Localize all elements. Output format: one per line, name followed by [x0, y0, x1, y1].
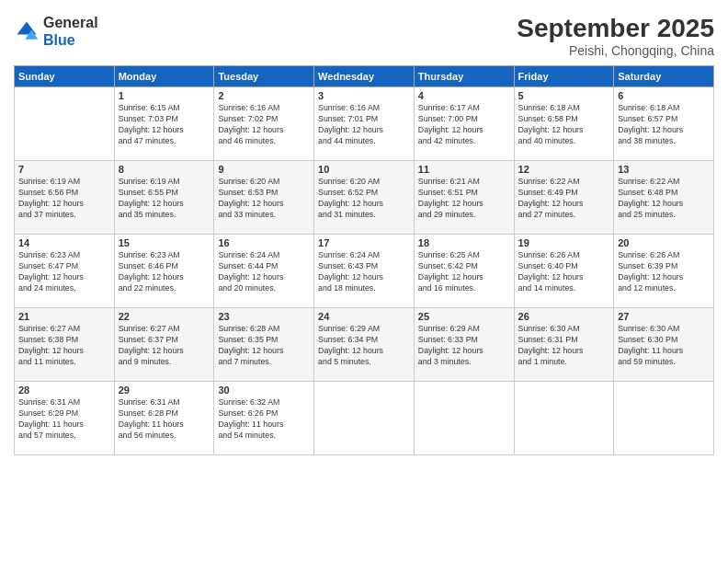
- calendar-cell: [314, 382, 415, 455]
- calendar-week-2: 7Sunrise: 6:19 AM Sunset: 6:56 PM Daylig…: [15, 161, 714, 235]
- day-info: Sunrise: 6:15 AM Sunset: 7:03 PM Dayligh…: [119, 103, 210, 147]
- col-wednesday: Wednesday: [314, 66, 415, 87]
- day-info: Sunrise: 6:31 AM Sunset: 6:29 PM Dayligh…: [18, 397, 110, 442]
- day-info: Sunrise: 6:18 AM Sunset: 6:57 PM Dayligh…: [618, 103, 710, 147]
- day-number: 19: [518, 237, 610, 248]
- day-number: 6: [618, 90, 710, 101]
- logo-icon: [14, 18, 40, 44]
- day-info: Sunrise: 6:19 AM Sunset: 6:55 PM Dayligh…: [119, 177, 210, 221]
- calendar-cell: 21Sunrise: 6:27 AM Sunset: 6:38 PM Dayli…: [15, 308, 115, 382]
- day-info: Sunrise: 6:22 AM Sunset: 6:49 PM Dayligh…: [518, 177, 610, 221]
- calendar-cell: 5Sunrise: 6:18 AM Sunset: 6:58 PM Daylig…: [514, 87, 614, 161]
- calendar-cell: 9Sunrise: 6:20 AM Sunset: 6:53 PM Daylig…: [214, 161, 314, 235]
- calendar-cell: 12Sunrise: 6:22 AM Sunset: 6:49 PM Dayli…: [514, 161, 614, 235]
- calendar-cell: 30Sunrise: 6:32 AM Sunset: 6:26 PM Dayli…: [214, 382, 314, 455]
- col-friday: Friday: [514, 66, 614, 87]
- day-number: 26: [518, 311, 610, 322]
- col-saturday: Saturday: [614, 66, 714, 87]
- calendar-cell: 2Sunrise: 6:16 AM Sunset: 7:02 PM Daylig…: [214, 87, 314, 161]
- col-monday: Monday: [114, 66, 214, 87]
- calendar-week-5: 28Sunrise: 6:31 AM Sunset: 6:29 PM Dayli…: [15, 382, 714, 455]
- day-number: 8: [119, 164, 210, 175]
- day-number: 29: [119, 385, 210, 396]
- day-number: 2: [218, 90, 310, 101]
- calendar-cell: 16Sunrise: 6:24 AM Sunset: 6:44 PM Dayli…: [214, 235, 314, 308]
- calendar-cell: 14Sunrise: 6:23 AM Sunset: 6:47 PM Dayli…: [15, 235, 115, 308]
- day-info: Sunrise: 6:30 AM Sunset: 6:31 PM Dayligh…: [518, 324, 610, 368]
- day-info: Sunrise: 6:28 AM Sunset: 6:35 PM Dayligh…: [218, 324, 310, 368]
- calendar-week-1: 1Sunrise: 6:15 AM Sunset: 7:03 PM Daylig…: [15, 87, 714, 161]
- title-block: September 2025 Peishi, Chongqing, China: [517, 14, 714, 58]
- calendar-header-row: Sunday Monday Tuesday Wednesday Thursday…: [15, 66, 714, 87]
- day-info: Sunrise: 6:17 AM Sunset: 7:00 PM Dayligh…: [418, 103, 510, 147]
- calendar-week-4: 21Sunrise: 6:27 AM Sunset: 6:38 PM Dayli…: [15, 308, 714, 382]
- calendar-cell: [614, 382, 714, 455]
- calendar-cell: 10Sunrise: 6:20 AM Sunset: 6:52 PM Dayli…: [314, 161, 415, 235]
- calendar-cell: 13Sunrise: 6:22 AM Sunset: 6:48 PM Dayli…: [614, 161, 714, 235]
- day-info: Sunrise: 6:23 AM Sunset: 6:47 PM Dayligh…: [18, 250, 110, 294]
- day-info: Sunrise: 6:24 AM Sunset: 6:43 PM Dayligh…: [318, 250, 410, 294]
- day-info: Sunrise: 6:20 AM Sunset: 6:53 PM Dayligh…: [218, 177, 310, 221]
- location: Peishi, Chongqing, China: [517, 43, 714, 58]
- calendar-table: Sunday Monday Tuesday Wednesday Thursday…: [14, 65, 714, 455]
- day-info: Sunrise: 6:22 AM Sunset: 6:48 PM Dayligh…: [618, 177, 710, 221]
- col-tuesday: Tuesday: [214, 66, 314, 87]
- calendar-cell: 25Sunrise: 6:29 AM Sunset: 6:33 PM Dayli…: [414, 308, 514, 382]
- day-number: 21: [18, 311, 110, 322]
- day-number: 18: [418, 237, 510, 248]
- day-info: Sunrise: 6:26 AM Sunset: 6:40 PM Dayligh…: [518, 250, 610, 294]
- calendar-cell: 28Sunrise: 6:31 AM Sunset: 6:29 PM Dayli…: [15, 382, 115, 455]
- day-info: Sunrise: 6:27 AM Sunset: 6:38 PM Dayligh…: [18, 324, 110, 368]
- day-number: 7: [18, 164, 110, 175]
- day-number: 25: [418, 311, 510, 322]
- calendar-cell: [514, 382, 614, 455]
- calendar-cell: 29Sunrise: 6:31 AM Sunset: 6:28 PM Dayli…: [114, 382, 214, 455]
- calendar-cell: 26Sunrise: 6:30 AM Sunset: 6:31 PM Dayli…: [514, 308, 614, 382]
- logo: General Blue: [14, 14, 98, 49]
- page: General Blue September 2025 Peishi, Chon…: [0, 0, 728, 563]
- calendar-cell: 3Sunrise: 6:16 AM Sunset: 7:01 PM Daylig…: [314, 87, 415, 161]
- calendar-cell: 24Sunrise: 6:29 AM Sunset: 6:34 PM Dayli…: [314, 308, 415, 382]
- day-info: Sunrise: 6:19 AM Sunset: 6:56 PM Dayligh…: [18, 177, 110, 221]
- day-number: 27: [618, 311, 710, 322]
- calendar-cell: 27Sunrise: 6:30 AM Sunset: 6:30 PM Dayli…: [614, 308, 714, 382]
- day-number: 4: [418, 90, 510, 101]
- calendar-cell: 17Sunrise: 6:24 AM Sunset: 6:43 PM Dayli…: [314, 235, 415, 308]
- day-number: 3: [318, 90, 410, 101]
- calendar-cell: 19Sunrise: 6:26 AM Sunset: 6:40 PM Dayli…: [514, 235, 614, 308]
- calendar-cell: 8Sunrise: 6:19 AM Sunset: 6:55 PM Daylig…: [114, 161, 214, 235]
- calendar-week-3: 14Sunrise: 6:23 AM Sunset: 6:47 PM Dayli…: [15, 235, 714, 308]
- calendar-cell: 15Sunrise: 6:23 AM Sunset: 6:46 PM Dayli…: [114, 235, 214, 308]
- calendar-cell: 1Sunrise: 6:15 AM Sunset: 7:03 PM Daylig…: [114, 87, 214, 161]
- day-info: Sunrise: 6:16 AM Sunset: 7:01 PM Dayligh…: [318, 103, 410, 147]
- calendar-cell: 7Sunrise: 6:19 AM Sunset: 6:56 PM Daylig…: [15, 161, 115, 235]
- calendar-cell: 23Sunrise: 6:28 AM Sunset: 6:35 PM Dayli…: [214, 308, 314, 382]
- day-number: 24: [318, 311, 410, 322]
- month-year: September 2025: [517, 14, 714, 43]
- day-info: Sunrise: 6:30 AM Sunset: 6:30 PM Dayligh…: [618, 324, 710, 368]
- day-number: 13: [618, 164, 710, 175]
- day-number: 10: [318, 164, 410, 175]
- header: General Blue September 2025 Peishi, Chon…: [14, 14, 714, 58]
- calendar-cell: 22Sunrise: 6:27 AM Sunset: 6:37 PM Dayli…: [114, 308, 214, 382]
- day-info: Sunrise: 6:24 AM Sunset: 6:44 PM Dayligh…: [218, 250, 310, 294]
- day-info: Sunrise: 6:29 AM Sunset: 6:34 PM Dayligh…: [318, 324, 410, 368]
- day-info: Sunrise: 6:25 AM Sunset: 6:42 PM Dayligh…: [418, 250, 510, 294]
- day-number: 15: [119, 237, 210, 248]
- day-info: Sunrise: 6:29 AM Sunset: 6:33 PM Dayligh…: [418, 324, 510, 368]
- day-info: Sunrise: 6:21 AM Sunset: 6:51 PM Dayligh…: [418, 177, 510, 221]
- day-number: 14: [18, 237, 110, 248]
- day-number: 22: [119, 311, 210, 322]
- day-info: Sunrise: 6:26 AM Sunset: 6:39 PM Dayligh…: [618, 250, 710, 294]
- day-info: Sunrise: 6:31 AM Sunset: 6:28 PM Dayligh…: [119, 397, 210, 442]
- calendar-cell: 18Sunrise: 6:25 AM Sunset: 6:42 PM Dayli…: [414, 235, 514, 308]
- calendar-cell: 4Sunrise: 6:17 AM Sunset: 7:00 PM Daylig…: [414, 87, 514, 161]
- day-info: Sunrise: 6:18 AM Sunset: 6:58 PM Dayligh…: [518, 103, 610, 147]
- day-number: 30: [218, 385, 310, 396]
- day-info: Sunrise: 6:27 AM Sunset: 6:37 PM Dayligh…: [119, 324, 210, 368]
- col-sunday: Sunday: [15, 66, 115, 87]
- day-number: 23: [218, 311, 310, 322]
- day-number: 20: [618, 237, 710, 248]
- logo-text: General Blue: [43, 14, 98, 49]
- day-number: 28: [18, 385, 110, 396]
